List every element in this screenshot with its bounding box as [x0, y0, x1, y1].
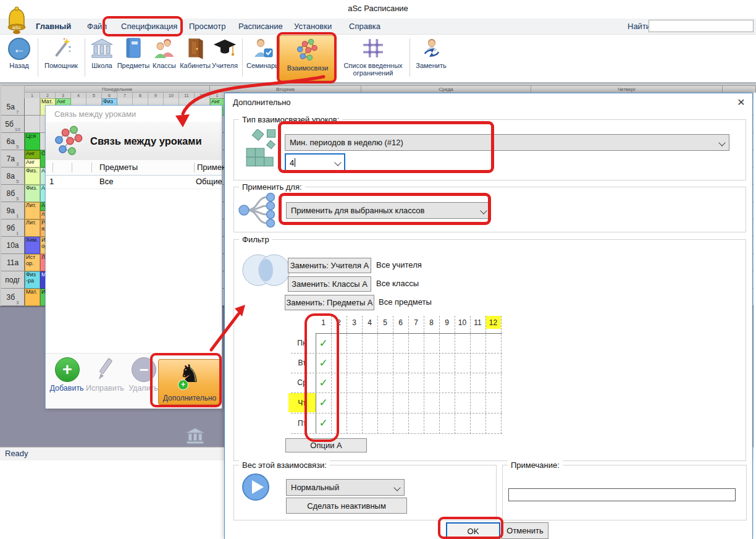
add-icon[interactable]: + — [55, 357, 80, 382]
seminars-button[interactable]: Семинары — [246, 62, 280, 69]
class-row-header[interactable]: 9а1 — [1, 202, 25, 219]
lesson-cell[interactable]: Физ. — [25, 185, 40, 202]
class-row-header[interactable]: 5а7 — [1, 98, 25, 116]
edit-button[interactable]: Исправить — [85, 384, 125, 393]
grid-day-label[interactable]: Вт — [288, 354, 316, 372]
class-row-header[interactable]: 8б5 — [1, 185, 25, 202]
grid-col-header[interactable]: 8 — [424, 316, 439, 329]
teachers-cap-icon[interactable] — [213, 38, 237, 58]
grid-col-header[interactable]: 7 — [408, 316, 424, 329]
grid-col-header[interactable]: 11 — [470, 316, 485, 329]
link-dialog-titlebar[interactable]: Связь между уроками — [54, 109, 136, 119]
check-icon[interactable]: ✓ — [316, 334, 331, 352]
lesson-cell[interactable]: Анг — [25, 150, 40, 159]
class-row-header[interactable]: 10а — [1, 237, 25, 254]
school-button[interactable]: Школа — [88, 62, 116, 69]
lesson-cell[interactable]: Физ -ра — [25, 271, 40, 289]
lesson-cell[interactable]: Хим. — [25, 237, 40, 254]
grid-col-header[interactable]: 6 — [393, 316, 408, 329]
back-button[interactable]: Назад — [5, 62, 33, 69]
class-row-header[interactable]: 11а — [1, 254, 25, 271]
wizard-button[interactable]: Помощник — [41, 62, 81, 69]
make-inactive-button[interactable]: Сделать неактивным — [286, 498, 407, 514]
grid-col-header[interactable]: 9 — [439, 316, 455, 329]
menu-timetable[interactable]: Расписание — [238, 19, 283, 35]
link-table-row[interactable]: 1 Все Общие — [46, 175, 222, 189]
close-icon[interactable]: × — [734, 95, 749, 109]
back-icon[interactable]: ← — [8, 38, 30, 60]
replace-teachers-button[interactable]: Заменить: Учителя А — [288, 258, 371, 273]
grid-col-header[interactable]: 2 — [331, 316, 346, 329]
check-icon[interactable]: ✓ — [316, 393, 331, 412]
day-header-wed: Среда — [361, 85, 531, 92]
lesson-cell[interactable]: Цся — [25, 133, 40, 150]
lesson-cell[interactable]: Анг — [25, 159, 40, 168]
apply-group-label: Применить для: — [239, 182, 305, 192]
replace-subjects-button[interactable]: Заменить: Предметы А — [285, 295, 374, 310]
grid-day-label[interactable]: Пт — [288, 414, 316, 433]
col-header-subjects[interactable]: Предметы — [99, 163, 138, 172]
class-row-header[interactable]: 6а5 — [1, 133, 25, 150]
grid-day-label[interactable]: Чт — [288, 393, 316, 412]
options-a-button[interactable]: Опции А — [285, 438, 367, 452]
menu-main[interactable]: Главный — [36, 19, 71, 35]
lesson-cell[interactable]: Лит. — [25, 202, 40, 219]
classes-button[interactable]: Классы — [151, 62, 178, 69]
menu-file[interactable]: Файл — [87, 19, 107, 35]
note-input[interactable] — [508, 488, 736, 501]
class-row-header[interactable]: 8а5 — [1, 168, 25, 185]
rooms-button[interactable]: Кабинеты — [179, 62, 211, 69]
lesson-cell[interactable]: Лит. — [25, 219, 40, 237]
apply-dropdown[interactable]: Применить для выбранных классов — [286, 202, 491, 219]
menu-help[interactable]: Справка — [349, 19, 380, 35]
class-row-header[interactable]: 9б1 — [1, 219, 25, 237]
add-button[interactable]: Добавить — [48, 384, 86, 393]
constraints-list-icon[interactable] — [362, 37, 384, 59]
menu-view[interactable]: Просмотр — [189, 19, 225, 35]
menu-specification[interactable]: Спецификация — [121, 19, 177, 35]
type-dropdown[interactable]: Мин. периодов в неделю (#12) — [285, 134, 729, 151]
advanced-button[interactable]: ♞ + Дополнительно — [158, 359, 221, 405]
grid-col-header[interactable]: 1 — [316, 316, 331, 329]
wizard-icon[interactable] — [51, 37, 72, 61]
links-button[interactable]: Взаимосвязи — [279, 35, 335, 81]
teachers-button[interactable]: Учителя — [210, 62, 240, 69]
check-icon[interactable]: ✓ — [316, 373, 331, 392]
school-icon[interactable] — [91, 38, 113, 59]
advanced-dialog-title[interactable]: Дополнительно — [233, 98, 291, 107]
lesson-cell[interactable]: Мат. — [25, 289, 40, 306]
weight-dropdown[interactable]: Нормальный — [286, 479, 405, 496]
classes-people-icon[interactable] — [153, 37, 175, 59]
seminars-icon[interactable] — [252, 37, 274, 59]
grid-col-header[interactable]: 5 — [377, 316, 393, 329]
replace-button[interactable]: Заменить — [413, 62, 450, 69]
find-input[interactable] — [649, 20, 754, 32]
menu-settings[interactable]: Установки — [294, 19, 332, 35]
grid-day-label[interactable]: Пн — [288, 334, 316, 352]
grid-col-header[interactable]: 10 — [455, 316, 470, 329]
cancel-button[interactable]: Отменить — [502, 522, 548, 539]
app-bell-icon[interactable]: aSc — [4, 6, 30, 36]
delete-button[interactable]: Удалить — [126, 384, 161, 393]
check-icon[interactable]: ✓ — [316, 354, 331, 372]
class-row-header[interactable]: 7а3 — [1, 150, 25, 168]
lesson-cell[interactable]: Ист ор. — [25, 254, 40, 271]
class-row-header[interactable]: 3б3 — [1, 289, 25, 306]
subjects-book-icon[interactable] — [124, 37, 143, 59]
class-row-header[interactable]: 5б10 — [1, 116, 25, 133]
ok-button[interactable]: OK — [446, 522, 500, 539]
replace-icon[interactable] — [421, 37, 443, 59]
grid-col-header[interactable]: 4 — [362, 316, 377, 329]
rooms-door-icon[interactable] — [186, 37, 204, 59]
grid-col-header[interactable]: 12 — [485, 316, 501, 329]
check-icon[interactable]: ✓ — [316, 414, 331, 432]
lesson-cell[interactable]: Физ. — [25, 168, 40, 185]
grid-col-header[interactable]: 3 — [346, 316, 362, 329]
type-value-combo[interactable]: 4 — [285, 153, 345, 172]
subjects-button[interactable]: Предметы — [116, 62, 151, 69]
grid-day-label[interactable]: Ср — [288, 373, 316, 392]
constraints-button[interactable]: Список введенных ограничений — [336, 62, 410, 77]
col-header-apply[interactable]: Примен — [197, 163, 226, 172]
replace-classes-button[interactable]: Заменить: Классы А — [288, 276, 371, 292]
class-row-header[interactable]: подг — [1, 271, 25, 289]
